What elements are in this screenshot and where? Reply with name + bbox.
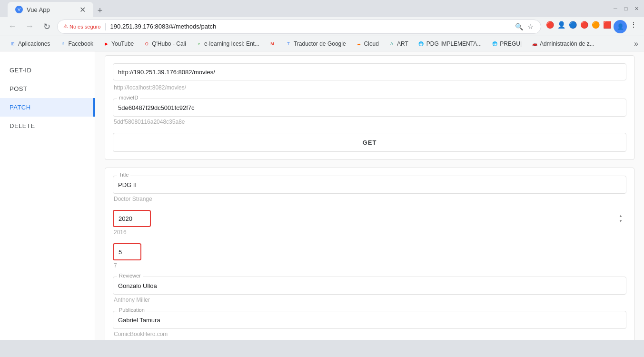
ext-icon-1[interactable]: 🔴: [545, 20, 555, 30]
year-input-wrapper: ▲ ▼: [113, 210, 626, 227]
refresh-button[interactable]: ↻: [40, 20, 53, 33]
url-bar[interactable]: ⚠ No es seguro | 190.251.39.176:8083/#/m…: [57, 20, 541, 34]
bookmark-facebook[interactable]: f Facebook: [56, 39, 97, 49]
url-placeholder-text: http://localhost:8082/movies/: [113, 82, 626, 93]
publication-input[interactable]: [113, 311, 626, 328]
tab-close-button[interactable]: ✕: [79, 5, 86, 14]
score-input[interactable]: [113, 243, 141, 260]
score-input-wrapper: [113, 243, 626, 260]
star-icon[interactable]: ☆: [525, 22, 535, 31]
year-down-button[interactable]: ▼: [617, 219, 624, 224]
movieid-label: movieID: [117, 95, 140, 100]
reviewer-border: Reviewer: [113, 277, 626, 295]
address-bar: ← → ↻ ⚠ No es seguro | 190.251.39.176:80…: [0, 17, 644, 36]
bookmarks-more-button[interactable]: »: [634, 40, 638, 48]
url-text: 190.251.39.176:8083/#/methods/patch: [110, 23, 217, 30]
bookmark-cloud[interactable]: ☁ Cloud: [352, 39, 383, 49]
new-tab-button[interactable]: +: [93, 4, 107, 17]
warning-icon: ⚠: [63, 23, 68, 30]
close-button[interactable]: ✕: [633, 5, 640, 12]
bookmark-translate[interactable]: T Traductor de Google: [281, 39, 350, 49]
tab-favicon: V: [15, 6, 23, 13]
sidebar-item-delete[interactable]: DELETE: [0, 117, 95, 135]
title-label: Title: [117, 172, 130, 178]
sidebar-item-patch[interactable]: PATCH: [0, 98, 95, 117]
bookmark-admin[interactable]: 🚗 Administración de z...: [527, 39, 598, 49]
bookmark-elearning[interactable]: e e-learning Icesi: Ent...: [192, 39, 263, 49]
bookmark-pdg[interactable]: 🌐 PDG IMPLEMENTA...: [414, 39, 485, 49]
reviewer-placeholder: Anthony Miller: [113, 295, 626, 305]
publication-border: Publication: [113, 311, 626, 329]
pregu-icon: 🌐: [491, 40, 498, 47]
year-spin-buttons: ▲ ▼: [617, 214, 624, 224]
toolbar-actions: 🔴 👤 🔵 🔴 🟠 🟥 👤 ⋮: [545, 20, 638, 33]
get-section: http://localhost:8082/movies/ movieID 5d…: [105, 55, 634, 160]
year-input[interactable]: [113, 210, 151, 227]
bookmark-gmail[interactable]: M: [265, 39, 279, 49]
bookmark-youtube[interactable]: ▶ YouTube: [99, 39, 138, 49]
score-field-wrapper: 7: [113, 243, 626, 271]
bookmarks-bar: ⊞ Aplicaciones f Facebook ▶ YouTube Q Q'…: [0, 36, 644, 51]
movieid-field-wrapper: movieID 5ddf58080116a2048c35a8e: [113, 99, 626, 127]
art-icon: A: [388, 40, 395, 47]
forward-button[interactable]: →: [23, 20, 36, 33]
sidebar-item-post[interactable]: POST: [0, 79, 95, 98]
cloud-icon: ☁: [356, 40, 362, 47]
title-border: Title: [113, 176, 626, 194]
patch-section: Title Doctor Strange ▲ ▼ 2016: [105, 168, 634, 340]
publication-placeholder: ComicBookHero.com: [113, 329, 626, 339]
window-controls: ─ □ ✕: [612, 5, 640, 12]
search-icon[interactable]: 🔍: [514, 22, 524, 31]
bookmark-art[interactable]: A ART: [385, 39, 412, 49]
browser-window: V Vue App ✕ + ─ □ ✕ ← → ↻ ⚠ No es seguro…: [0, 0, 644, 357]
title-placeholder: Doctor Strange: [113, 194, 626, 204]
browser-tab[interactable]: V Vue App ✕: [8, 2, 93, 17]
url-actions: 🔍 ☆: [514, 22, 535, 31]
ext-icon-3[interactable]: 🔵: [568, 20, 577, 30]
movieid-placeholder: 5ddf58080116a2048c35a8e: [113, 117, 626, 127]
url-divider: |: [104, 22, 106, 31]
url-input[interactable]: [113, 63, 626, 80]
minimize-button[interactable]: ─: [612, 5, 619, 12]
year-placeholder: 2016: [113, 227, 626, 238]
security-warning: ⚠ No es seguro: [63, 23, 100, 30]
publication-field-wrapper: Publication ComicBookHero.com: [113, 311, 626, 339]
admin-icon: 🚗: [531, 40, 538, 47]
pdg-icon: 🌐: [418, 40, 425, 47]
facebook-icon: f: [59, 40, 66, 47]
title-input[interactable]: [113, 176, 626, 193]
ext-icon-2[interactable]: 👤: [556, 20, 566, 30]
bookmark-pregu[interactable]: 🌐 PREGU|: [487, 39, 525, 49]
elearning-icon: e: [196, 40, 202, 47]
title-bar: V Vue App ✕ + ─ □ ✕: [0, 0, 644, 17]
year-up-button[interactable]: ▲: [617, 214, 624, 218]
ext-icon-4[interactable]: 🔴: [579, 20, 589, 30]
main-content: GET-ID POST PATCH DELETE http://localhos…: [0, 51, 644, 340]
tab-title: Vue App: [27, 6, 76, 13]
maximize-button[interactable]: □: [622, 5, 630, 12]
year-field-wrapper: ▲ ▼ 2016: [113, 210, 626, 238]
get-button[interactable]: GET: [113, 133, 626, 152]
reviewer-field-wrapper: Reviewer Anthony Miller: [113, 277, 626, 305]
translate-icon: T: [285, 40, 292, 47]
sidebar-item-get-id[interactable]: GET-ID: [0, 61, 95, 79]
content-area: http://localhost:8082/movies/ movieID 5d…: [95, 51, 644, 340]
back-button[interactable]: ←: [6, 20, 19, 33]
score-placeholder: 7: [113, 260, 626, 271]
reviewer-input[interactable]: [113, 277, 626, 294]
menu-button[interactable]: ⋮: [629, 20, 638, 30]
sidebar: GET-ID POST PATCH DELETE: [0, 51, 95, 340]
movieid-field-border: movieID: [113, 99, 626, 117]
reviewer-label: Reviewer: [117, 273, 143, 278]
publication-label: Publication: [117, 307, 147, 313]
bookmark-qhubo[interactable]: Q Q'Hubo - Cali: [139, 39, 190, 49]
ext-icon-6[interactable]: 🟥: [602, 20, 612, 30]
profile-button[interactable]: 👤: [614, 20, 627, 33]
url-field-wrapper: http://localhost:8082/movies/: [113, 63, 626, 93]
gmail-icon: M: [269, 40, 276, 47]
ext-icon-5[interactable]: 🟠: [591, 20, 600, 30]
bookmark-aplicaciones[interactable]: ⊞ Aplicaciones: [6, 39, 54, 49]
qhubo-icon: Q: [143, 40, 150, 47]
title-field-wrapper: Title Doctor Strange: [113, 176, 626, 204]
movieid-input[interactable]: [113, 99, 626, 116]
